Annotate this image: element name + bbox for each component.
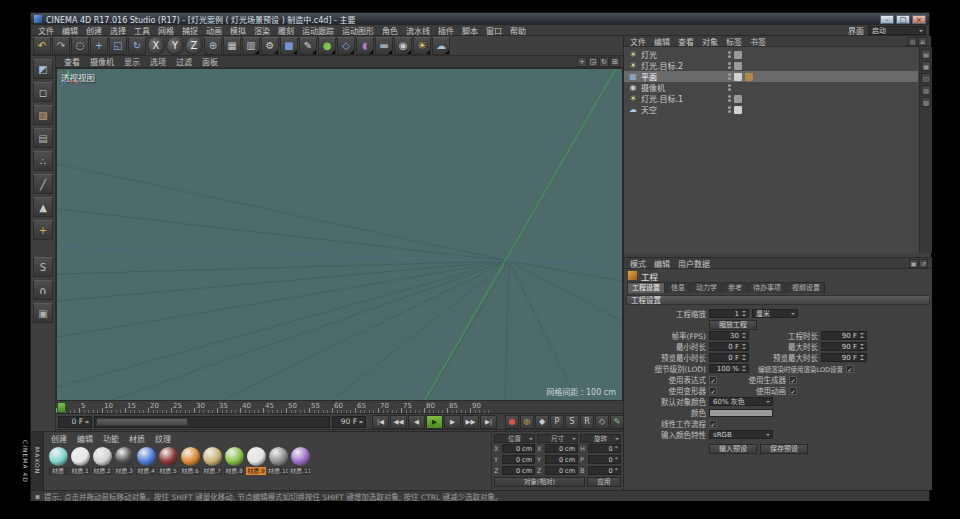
toolbar-icon[interactable]: ↷ <box>52 37 70 55</box>
rotation-dropdown[interactable]: 旋转 <box>580 434 621 443</box>
visibility-dots[interactable] <box>728 95 731 102</box>
panel-icon[interactable]: ↺ <box>919 259 928 268</box>
material-menu-item[interactable]: 功能 <box>98 433 124 444</box>
transport-button[interactable]: ▶ <box>444 415 461 429</box>
viewport-nav-icon[interactable]: + <box>577 57 587 67</box>
palette-icon[interactable]: ▤ <box>33 128 53 148</box>
toolbar-icon[interactable]: Y <box>166 37 184 55</box>
material-sphere[interactable] <box>49 447 68 466</box>
object-name[interactable]: 灯光 <box>641 49 725 60</box>
menu-item[interactable]: 角色 <box>378 25 402 36</box>
timeline-ruler[interactable]: 051015202530354045505560657075808590 <box>56 401 623 414</box>
toolbar-icon[interactable]: ☀ <box>413 37 431 55</box>
object-tag-icon[interactable] <box>734 95 742 103</box>
toolbar-icon[interactable]: ● <box>318 37 336 55</box>
material-item[interactable]: 材质.7 <box>202 447 222 475</box>
material-item[interactable]: 材质.8 <box>224 447 244 475</box>
min-time-input[interactable]: 0 F <box>709 342 749 351</box>
viewport-menu-item[interactable]: 面板 <box>197 56 223 67</box>
layout-tab-icon[interactable]: ▤ <box>921 49 931 59</box>
attribute-menu-item[interactable]: 用户数据 <box>674 258 714 269</box>
lod-checkbox[interactable]: ✓ <box>846 365 854 373</box>
palette-icon[interactable]: ∴ <box>33 151 53 171</box>
record-button[interactable]: ◇ <box>595 415 609 429</box>
material-sphere[interactable] <box>203 447 222 466</box>
object-name[interactable]: 灯光.目标.2 <box>641 60 725 71</box>
object-name[interactable]: 摄像机 <box>641 82 725 93</box>
material-sphere[interactable] <box>137 447 156 466</box>
max-time-input[interactable]: 90 F <box>821 342 867 351</box>
viewport-menu-item[interactable]: 选项 <box>145 56 171 67</box>
position-value-field[interactable]: 0 cm <box>502 444 535 453</box>
viewport-menu-item[interactable]: 过滤 <box>171 56 197 67</box>
deformers-checkbox[interactable]: ✓ <box>709 387 717 395</box>
object-manager-menu-item[interactable]: 标签 <box>722 36 746 47</box>
toolbar-icon[interactable]: ◖ <box>356 37 374 55</box>
palette-icon[interactable]: ◻ <box>33 82 53 102</box>
transport-button[interactable]: ▶| <box>480 415 497 429</box>
position-value-field[interactable]: 0 cm <box>502 466 535 475</box>
expressions-checkbox[interactable]: ✓ <box>709 376 717 384</box>
range-handle[interactable] <box>96 418 188 426</box>
menu-item[interactable]: 编辑 <box>58 25 82 36</box>
object-name[interactable]: 灯光.目标.1 <box>641 93 725 104</box>
material-menu-item[interactable]: 材质 <box>124 433 150 444</box>
record-button[interactable]: S <box>565 415 579 429</box>
attribute-menu-item[interactable]: 编辑 <box>650 258 674 269</box>
default-color-select[interactable]: 60% 灰色 <box>709 397 773 406</box>
timeline-playhead[interactable] <box>57 402 66 413</box>
palette-icon[interactable]: ▣ <box>33 303 53 323</box>
object-tag-icon[interactable] <box>745 51 753 59</box>
record-button[interactable]: P <box>550 415 564 429</box>
project-scale-unit-select[interactable]: 厘米 <box>752 309 798 318</box>
menu-item[interactable]: 脚本 <box>458 25 482 36</box>
object-name[interactable]: 天空 <box>641 104 725 115</box>
coordinate-mode-select[interactable]: 对象(相对) <box>494 477 585 487</box>
viewport-menu-item[interactable]: 摄像机 <box>85 56 119 67</box>
material-item[interactable]: 材质.6 <box>180 447 200 475</box>
end-frame-field[interactable]: 90 F <box>332 416 366 428</box>
object-row[interactable]: ▦ 平面 <box>624 71 918 82</box>
current-frame-field[interactable]: 0 F <box>58 416 92 428</box>
rotation-value-field[interactable]: 0 ° <box>588 455 621 464</box>
rotation-value-field[interactable]: 0 ° <box>588 444 621 453</box>
object-row[interactable]: ☀ 灯光.目标.2 <box>624 60 918 71</box>
material-sphere[interactable] <box>291 447 310 466</box>
palette-icon[interactable]: ╱ <box>33 174 53 194</box>
object-tag-icon[interactable] <box>734 84 742 92</box>
transport-button[interactable]: ◀◀ <box>390 415 407 429</box>
attribute-tab[interactable]: 动力学 <box>691 282 722 293</box>
toolbar-icon[interactable]: Z <box>185 37 203 55</box>
position-value-field[interactable]: 0 cm <box>502 455 535 464</box>
toolbar-icon[interactable]: ▬ <box>375 37 393 55</box>
visibility-dots[interactable] <box>728 51 731 58</box>
window-control-button[interactable]: × <box>912 15 926 24</box>
toolbar-icon[interactable]: ◉ <box>394 37 412 55</box>
menu-item[interactable]: 文件 <box>34 25 58 36</box>
scale-project-button[interactable]: 缩放工程 <box>709 320 757 330</box>
record-button[interactable]: ◆ <box>535 415 549 429</box>
material-item[interactable]: 材质.1 <box>70 447 90 475</box>
position-dropdown[interactable]: 位置 <box>494 434 535 443</box>
material-item[interactable]: 材质.2 <box>92 447 112 475</box>
material-sphere[interactable] <box>181 447 200 466</box>
preview-min-input[interactable]: 0 F <box>709 353 749 362</box>
import-preset-button[interactable]: 输入预设 <box>709 444 757 454</box>
toolbar-icon[interactable]: ◌ <box>71 37 89 55</box>
object-row[interactable]: ☁ 天空 <box>624 104 918 115</box>
duration-input[interactable]: 90 F <box>821 331 867 340</box>
record-button[interactable]: ◎ <box>520 415 534 429</box>
preview-range-slider[interactable] <box>94 416 330 428</box>
linear-workflow-checkbox[interactable]: ✓ <box>709 420 717 428</box>
record-button[interactable]: ✎ <box>610 415 624 429</box>
object-manager-menu-item[interactable]: 书签 <box>746 36 770 47</box>
material-sphere[interactable] <box>225 447 244 466</box>
size-value-field[interactable]: 0 cm <box>545 455 578 464</box>
palette-icon[interactable]: S <box>33 257 53 277</box>
material-menu-item[interactable]: 编辑 <box>72 433 98 444</box>
material-item[interactable]: 材质.9 <box>246 447 266 475</box>
window-control-button[interactable]: □ <box>896 15 910 24</box>
layout-tab-icon[interactable]: ▦ <box>921 61 931 71</box>
object-tag-icon[interactable] <box>734 51 742 59</box>
toolbar-icon[interactable]: + <box>90 37 108 55</box>
